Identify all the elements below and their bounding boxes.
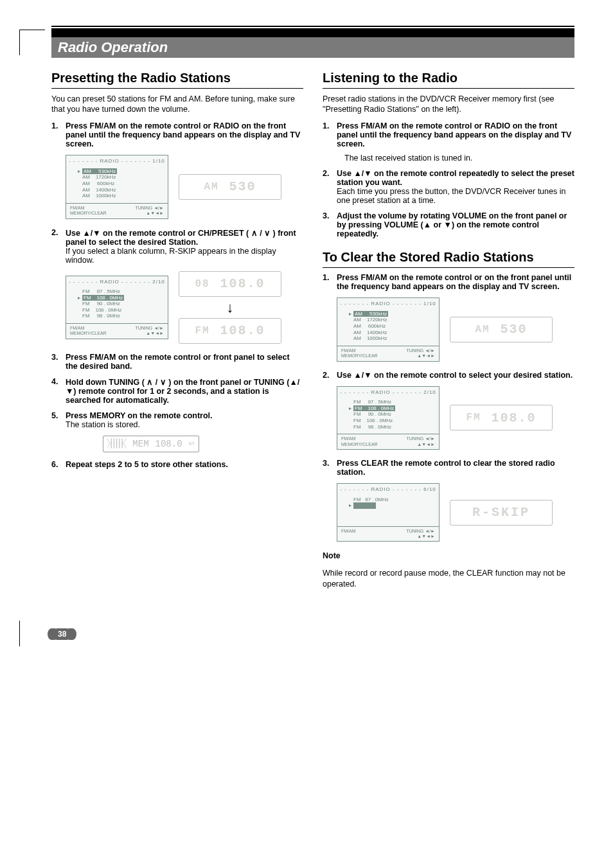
step-text: Use ▲/▼ on the remote control to select …	[337, 371, 574, 380]
osd-screen: - - - - - - - RADIO - - - - - - - 1/10 ▸…	[337, 297, 440, 361]
step-num: 1.	[323, 121, 337, 163]
intro-text: You can preset 50 stations for FM and AM…	[51, 94, 303, 116]
heading-listen: Listening to the Radio	[323, 71, 574, 89]
figure-row: - - - - - - - RADIO - - - - - - - 2/10 F…	[66, 271, 303, 344]
osd-screen: - - - - - - - RADIO - - - - - - - 2/10 F…	[66, 276, 168, 339]
figure-row: - - - - - - - RADIO - - - - - - - 1/10 ▸…	[337, 297, 574, 361]
heading-preset: Presetting the Radio Stations	[51, 71, 303, 89]
step-num: 2.	[323, 371, 337, 380]
step-num: 3.	[323, 459, 337, 477]
step-num: 1.	[323, 273, 337, 291]
left-column: Presetting the Radio Stations You can pr…	[51, 71, 303, 596]
osd-screen: - - - - - - - RADIO - - - - - - - 1/10 ▸…	[66, 155, 168, 218]
intro-text: Preset radio stations in the DVD/VCR Rec…	[323, 94, 574, 116]
section-title: Radio Operation	[51, 37, 574, 58]
figure-row: - - - - - - - RADIO - - - - - - - 2/10 F…	[337, 386, 574, 450]
step-num: 3.	[323, 211, 337, 238]
step-text: Press FM/AM on the remote control or RAD…	[66, 121, 303, 148]
lcd-display: R-SKIP	[450, 500, 553, 526]
step-text: Adjust the volume by rotating VOLUME on …	[337, 211, 574, 238]
right-column: Listening to the Radio Preset radio stat…	[323, 71, 574, 596]
step-text: Press FM/AM on the remote control or fro…	[66, 353, 303, 371]
step-text: Use ▲/▼ on the remote control repeatedly…	[337, 169, 574, 205]
step-num: 4.	[51, 377, 66, 405]
osd-screen: - - - - - - - RADIO - - - - - - - 2/10 F…	[337, 386, 440, 450]
figure-row: - - - - - - - RADIO - - - - - - - 6/10 F…	[337, 483, 574, 542]
step-num: 6.	[51, 460, 66, 469]
note-text: While record or record pause mode, the C…	[323, 568, 574, 590]
lcd-display: FM108.0	[179, 318, 281, 344]
crop-mark-top	[19, 30, 45, 55]
note-heading: Note	[323, 551, 574, 562]
rule-thin	[51, 26, 574, 27]
step-num: 3.	[51, 353, 66, 371]
arrow-down-icon: ↓	[179, 303, 281, 312]
lcd-memory: ╲┃┃┃┃┃╱╱┃┃┃┃┃╲ MEM 108.0 ST	[103, 436, 199, 452]
step-text: Use ▲/▼ on the remote control or CH/PRES…	[66, 228, 303, 265]
step-num: 5.	[51, 411, 66, 429]
lcd-display: FM108.0	[450, 405, 553, 430]
heading-clear: To Clear the Stored Radio Stations	[323, 250, 574, 268]
step-text: Press FM/AM on the remote control or RAD…	[337, 121, 574, 163]
step-num: 1.	[51, 121, 66, 148]
step-text: Press MEMORY on the remote control. The …	[66, 411, 303, 429]
step-text: Repeat steps 2 to 5 to store other stati…	[66, 460, 303, 469]
osd-screen: - - - - - - - RADIO - - - - - - - 6/10 F…	[337, 483, 440, 542]
lcd-display: AM530	[179, 174, 281, 200]
step-text: Hold down TUNING ( ∧ / ∨ ) on the front …	[66, 377, 303, 405]
step-text: Press CLEAR the remote control to clear …	[337, 459, 574, 477]
rule-thick	[51, 28, 574, 37]
page-number: 38	[51, 628, 73, 640]
step-num: 2.	[323, 169, 337, 205]
step-text: Press FM/AM on the remote control or on …	[337, 273, 574, 291]
lcd-display: AM530	[450, 317, 553, 342]
crop-mark-bottom	[19, 621, 45, 646]
lcd-display: 08108.0	[179, 271, 281, 297]
figure-row: - - - - - - - RADIO - - - - - - - 1/10 ▸…	[66, 155, 303, 218]
step-num: 2.	[51, 228, 66, 265]
